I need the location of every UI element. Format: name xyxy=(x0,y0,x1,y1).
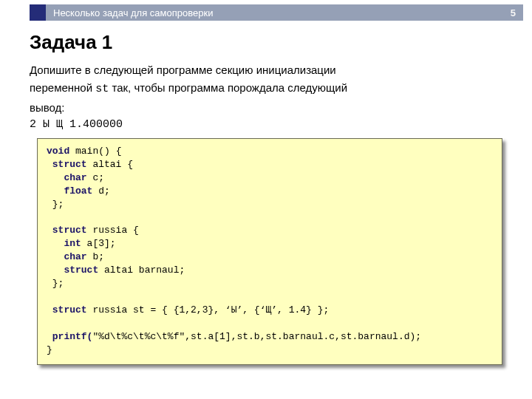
code-kw: struct xyxy=(47,225,87,236)
code-text: altai { xyxy=(87,159,133,170)
code-kw: struct xyxy=(47,304,87,316)
prompt-line-2-pre: переменной xyxy=(30,81,95,94)
code-kw: struct xyxy=(47,265,98,276)
code-text: b; xyxy=(87,251,104,262)
expected-output: 2 Ы Щ 1.400000 xyxy=(30,118,510,131)
prompt-line-1: Допишите в следующей программе секцию ин… xyxy=(30,63,510,78)
topbar: Несколько задач для самопроверки 5 xyxy=(30,4,523,21)
slide-number: 5 xyxy=(511,7,516,18)
code-block: void main() { struct altai { char c; flo… xyxy=(37,138,502,365)
topbar-strip: Несколько задач для самопроверки 5 xyxy=(46,4,523,21)
code-text: russia { xyxy=(87,225,139,236)
code-kw: struct xyxy=(47,159,87,170)
code-text: russia st = { {1,2,3}, ‘Ы’, {‘Щ’, 1.4} }… xyxy=(87,304,330,316)
topbar-accent-square xyxy=(30,4,46,21)
code-block-wrap: void main() { struct altai { char c; flo… xyxy=(37,138,502,365)
code-kw: char xyxy=(47,251,87,262)
code-kw: printf( xyxy=(47,331,92,342)
prompt-var: st xyxy=(95,83,109,95)
code-text: }; xyxy=(47,278,64,289)
code-kw: int xyxy=(47,238,81,249)
code-kw: void xyxy=(47,146,69,157)
slide-content: Задача 1 Допишите в следующей программе … xyxy=(30,31,510,365)
code-text: c; xyxy=(87,172,104,183)
code-text: a[3]; xyxy=(81,238,116,249)
code-text: altai barnaul; xyxy=(98,265,185,276)
section-title: Несколько задач для самопроверки xyxy=(53,7,213,18)
code-text: }; xyxy=(47,199,64,210)
task-heading: Задача 1 xyxy=(30,31,510,54)
prompt-line-2: переменной st так, чтобы программа порож… xyxy=(30,81,510,97)
prompt-line-3: вывод: xyxy=(30,100,510,115)
code-text: d; xyxy=(92,185,109,197)
code-kw: float xyxy=(47,185,92,197)
code-text: main() { xyxy=(69,146,121,157)
code-string: "%d\t%c\t%c\t%f" xyxy=(92,331,185,342)
code-text: ,st.a[1],st.b,st.barnaul.c,st.barnaul.d)… xyxy=(185,331,421,342)
code-text: } xyxy=(47,344,52,355)
prompt-line-2-post: так, чтобы программа порождала следующий xyxy=(109,81,347,94)
code-kw: char xyxy=(47,172,87,183)
